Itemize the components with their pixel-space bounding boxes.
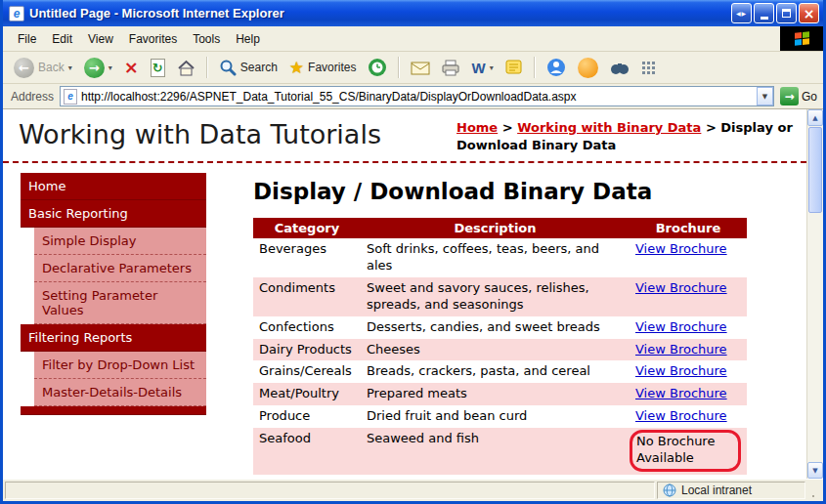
menu-favorites[interactable]: Favorites xyxy=(122,29,184,49)
address-dropdown-button[interactable]: ▼ xyxy=(757,87,773,105)
site-header: Working with Data Tutorials Home > Worki… xyxy=(3,109,806,163)
brochure-cell: View Brochure xyxy=(630,405,747,428)
page-content: Working with Data Tutorials Home > Worki… xyxy=(3,109,806,479)
sidebar-item-basic-reporting[interactable]: Basic Reporting xyxy=(21,200,206,228)
scroll-up-button[interactable]: ▲ xyxy=(807,109,823,126)
grip-dots-icon xyxy=(812,487,816,499)
refresh-button[interactable]: ↻ xyxy=(146,57,170,79)
forward-button[interactable]: → ▾ xyxy=(79,56,117,80)
brochure-cell: View Brochure xyxy=(630,339,747,361)
category-cell: Beverages xyxy=(253,238,361,277)
main-content: Display / Download Binary Data CategoryD… xyxy=(206,163,806,475)
back-button[interactable]: ← Back ▾ xyxy=(9,56,77,80)
table-row-produce: ProduceDried fruit and bean curdView Bro… xyxy=(253,405,747,428)
back-dropdown-icon: ▾ xyxy=(68,63,72,72)
history-button[interactable] xyxy=(363,56,392,79)
refresh-icon: ↻ xyxy=(151,59,165,77)
sidebar-item-master-details-details[interactable]: Master-Details-Details xyxy=(34,379,206,406)
research-icon xyxy=(610,61,630,75)
sidebar-item-setting-parameter-values[interactable]: Setting Parameter Values xyxy=(34,282,206,324)
favorites-icon: ★ xyxy=(289,58,304,77)
view-brochure-link[interactable]: View Brochure xyxy=(635,408,727,423)
forward-icon: → xyxy=(84,58,105,78)
search-icon xyxy=(219,59,237,76)
page-title: Display / Download Binary Data xyxy=(253,179,806,204)
home-button[interactable] xyxy=(172,58,200,78)
menu-help[interactable]: Help xyxy=(229,29,267,49)
no-brochure-annotation-circle: No Brochure Available xyxy=(630,430,741,472)
scroll-down-button[interactable]: ▼ xyxy=(807,462,823,479)
mail-icon xyxy=(411,61,430,75)
sidebar-item-home[interactable]: Home xyxy=(21,173,206,200)
minimize-icon xyxy=(761,17,768,20)
breadcrumb-separator: > xyxy=(701,120,720,135)
table-row-confections: ConfectionsDesserts, candies, and sweet … xyxy=(253,316,747,339)
print-button[interactable] xyxy=(437,58,464,78)
mail-button[interactable] xyxy=(406,59,435,77)
view-brochure-link[interactable]: View Brochure xyxy=(635,342,727,357)
search-button[interactable]: Search xyxy=(214,57,283,78)
column-header-category: Category xyxy=(253,218,361,238)
window-title: Untitled Page - Microsoft Internet Explo… xyxy=(29,6,724,21)
menu-bar: FileEditViewFavoritesToolsHelp xyxy=(3,26,823,52)
minimize-button[interactable] xyxy=(754,3,774,23)
discuss-button[interactable] xyxy=(500,58,528,77)
breadcrumb: Home > Working with Binary Data > Displa… xyxy=(456,119,799,153)
edit-with-word-button[interactable]: W ▾ xyxy=(466,58,498,78)
browser-viewport: Working with Data Tutorials Home > Worki… xyxy=(3,109,823,479)
intranet-globe-icon xyxy=(663,483,676,497)
breadcrumb-link-home[interactable]: Home xyxy=(456,120,498,135)
window-nav-button[interactable]: ◀▶ xyxy=(731,3,752,23)
vertical-scrollbar[interactable]: ▲ ▼ xyxy=(806,109,823,479)
sidebar-item-filtering-reports[interactable]: Filtering Reports xyxy=(21,324,206,352)
description-cell: Sweet and savory sauces, relishes, sprea… xyxy=(361,277,630,316)
flag-blue xyxy=(795,39,802,46)
menu-view[interactable]: View xyxy=(81,29,120,49)
sidebar-item-filter-by-drop-down-list[interactable]: Filter by Drop-Down List xyxy=(34,352,206,379)
flag-yellow xyxy=(803,38,809,45)
table-body: BeveragesSoft drinks, coffees, teas, bee… xyxy=(253,238,747,475)
column-header-description: Description xyxy=(361,218,630,238)
title-bar[interactable]: e Untitled Page - Microsoft Internet Exp… xyxy=(3,0,823,26)
table-row-meat-poultry: Meat/PoultryPrepared meatsView Brochure xyxy=(253,383,747,405)
research-button[interactable] xyxy=(605,59,634,77)
quick-launch-button[interactable] xyxy=(636,59,661,77)
categories-table: CategoryDescriptionBrochure BeveragesSof… xyxy=(253,218,747,475)
address-input[interactable]: e http://localhost:2296/ASPNET_Data_Tuto… xyxy=(60,86,774,106)
windows-flag-icon xyxy=(795,31,809,46)
view-brochure-link[interactable]: View Brochure xyxy=(635,363,727,378)
scrollbar-track[interactable] xyxy=(807,126,823,462)
scrollbar-thumb[interactable] xyxy=(808,127,822,213)
close-button[interactable]: × xyxy=(799,3,819,23)
menu-file[interactable]: File xyxy=(11,29,43,49)
standard-toolbar: ← Back ▾ → ▾ × ↻ Search ★ Favorites xyxy=(3,52,823,84)
msn-button[interactable] xyxy=(573,56,603,80)
sidebar-item-simple-display[interactable]: Simple Display xyxy=(34,228,206,255)
view-brochure-link[interactable]: View Brochure xyxy=(635,319,727,334)
view-brochure-link[interactable]: View Brochure xyxy=(635,386,727,400)
address-label: Address xyxy=(11,90,54,104)
go-label: Go xyxy=(802,90,817,104)
menu-tools[interactable]: Tools xyxy=(186,29,227,49)
favorites-button[interactable]: ★ Favorites xyxy=(284,56,362,79)
resize-grip[interactable] xyxy=(807,482,821,499)
messenger-button[interactable] xyxy=(542,56,571,79)
description-cell: Seaweed and fish xyxy=(361,428,630,475)
table-row-beverages: BeveragesSoft drinks, coffees, teas, bee… xyxy=(253,238,747,277)
maximize-button[interactable] xyxy=(776,3,797,23)
stop-button[interactable]: × xyxy=(119,57,144,78)
go-button[interactable]: → Go xyxy=(780,87,817,105)
sidebar-item-partial[interactable] xyxy=(21,406,206,415)
menu-edit[interactable]: Edit xyxy=(45,29,79,49)
flag-green xyxy=(803,31,809,38)
view-brochure-link[interactable]: View Brochure xyxy=(635,241,727,256)
view-brochure-link[interactable]: View Brochure xyxy=(635,280,727,295)
page-icon: e xyxy=(64,89,77,105)
status-message-pane xyxy=(5,482,655,499)
brochure-cell: View Brochure xyxy=(630,238,747,277)
maximize-icon xyxy=(782,9,791,18)
sidebar-item-declarative-parameters[interactable]: Declarative Parameters xyxy=(34,255,206,282)
status-bar: Local intranet xyxy=(3,479,823,501)
breadcrumb-link-section[interactable]: Working with Binary Data xyxy=(517,120,701,135)
msn-icon xyxy=(578,58,598,78)
